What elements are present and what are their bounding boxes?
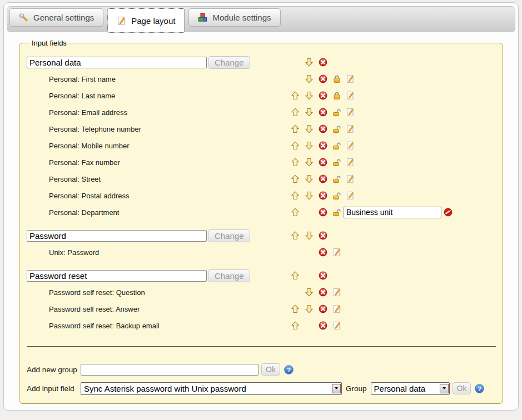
move-down-icon[interactable] [305, 174, 314, 183]
group-name-input[interactable] [27, 230, 207, 242]
delete-icon[interactable] [319, 141, 327, 150]
move-up-icon[interactable] [291, 91, 300, 100]
edit-icon[interactable] [346, 141, 355, 150]
edit-icon[interactable] [332, 321, 341, 330]
move-down-icon[interactable] [305, 304, 314, 313]
delete-slot [319, 108, 332, 117]
delete-icon[interactable] [319, 271, 327, 280]
delete-icon[interactable] [319, 108, 327, 117]
add-input-field-select[interactable]: Sync Asterisk password with Unix passwor… [81, 382, 342, 395]
move-up-icon[interactable] [291, 141, 300, 150]
delete-icon[interactable] [319, 74, 327, 83]
delete-icon[interactable] [319, 158, 327, 167]
edit-icon[interactable] [332, 248, 341, 257]
field-row: Password self reset: Answer [27, 301, 503, 317]
lock-open-icon[interactable] [332, 141, 341, 150]
delete-icon[interactable] [319, 58, 327, 67]
delete-icon[interactable] [319, 304, 327, 313]
lock-open-icon[interactable] [332, 174, 341, 183]
delete-slot [319, 304, 332, 313]
lock-open-icon[interactable] [332, 208, 341, 217]
move-up-icon[interactable] [291, 321, 300, 330]
add-group-ok-button[interactable]: Ok [261, 363, 280, 376]
lock-open-icon[interactable] [332, 108, 341, 117]
edit-icon[interactable] [346, 174, 355, 183]
change-group-name-button[interactable]: Change [208, 56, 250, 69]
move-down-icon[interactable] [305, 108, 314, 117]
move-down-icon[interactable] [305, 191, 314, 200]
move-up-icon[interactable] [291, 158, 300, 167]
group-name-input[interactable] [27, 57, 207, 68]
lock-open-icon[interactable] [332, 158, 341, 167]
delete-icon[interactable] [319, 321, 327, 330]
add-new-group-input[interactable] [81, 364, 258, 376]
move-down-icon[interactable] [305, 91, 314, 100]
delete-icon[interactable] [319, 288, 327, 297]
move-up-icon[interactable] [291, 174, 300, 183]
field-extra-input[interactable] [344, 207, 441, 218]
delete-icon[interactable] [319, 124, 327, 133]
change-group-name-button[interactable]: Change [208, 269, 250, 282]
edit-icon[interactable] [332, 304, 341, 313]
tab-module-settings[interactable]: Module settings [188, 8, 280, 27]
delete-icon[interactable] [319, 174, 327, 183]
group-select[interactable]: Personal data [371, 382, 450, 395]
help-icon[interactable]: ? [475, 384, 484, 393]
delete-slot [319, 208, 332, 217]
field-row: Personal: Telephone number [27, 121, 503, 137]
delete-icon[interactable] [319, 191, 327, 200]
move-down-icon[interactable] [305, 141, 314, 150]
up-slot [291, 141, 305, 150]
group-row: Change [27, 54, 503, 71]
row-extras [332, 304, 503, 313]
edit-icon[interactable] [346, 108, 355, 117]
help-icon[interactable]: ? [284, 365, 294, 374]
edit-icon[interactable] [332, 288, 341, 297]
delete-slot [319, 141, 332, 150]
move-down-icon[interactable] [305, 58, 314, 67]
cancel-edit-icon[interactable] [444, 208, 453, 217]
svg-text:?: ? [478, 385, 481, 392]
lock-closed-icon[interactable] [332, 91, 341, 100]
move-down-icon[interactable] [305, 74, 314, 83]
edit-icon[interactable] [346, 74, 355, 83]
edit-icon[interactable] [346, 124, 355, 133]
edit-icon[interactable] [346, 191, 355, 200]
delete-icon[interactable] [319, 91, 327, 100]
delete-slot [319, 158, 332, 167]
edit-icon[interactable] [346, 91, 355, 100]
move-up-icon[interactable] [291, 231, 300, 240]
move-down-icon[interactable] [305, 124, 314, 133]
group-label: Group [346, 384, 367, 393]
up-slot [291, 108, 305, 117]
move-up-icon[interactable] [291, 304, 300, 313]
move-up-icon[interactable] [291, 271, 300, 280]
dropdown-arrow-icon[interactable] [440, 384, 449, 393]
group-name-input[interactable] [27, 270, 207, 282]
move-down-icon[interactable] [305, 158, 314, 167]
move-up-icon[interactable] [291, 124, 300, 133]
tab-general-settings[interactable]: General settings [9, 8, 103, 27]
move-up-icon[interactable] [291, 191, 300, 200]
delete-icon[interactable] [319, 231, 327, 240]
lock-open-icon[interactable] [332, 124, 341, 133]
field-label: Personal: Last name [27, 92, 291, 100]
row-extras [332, 321, 503, 330]
move-down-icon[interactable] [305, 231, 314, 240]
edit-icon[interactable] [346, 158, 355, 167]
delete-icon[interactable] [319, 208, 327, 217]
delete-icon[interactable] [319, 248, 327, 257]
change-group-name-button[interactable]: Change [208, 229, 250, 242]
move-up-icon[interactable] [291, 208, 300, 217]
move-down-icon[interactable] [305, 288, 314, 297]
move-up-icon[interactable] [291, 108, 300, 117]
row-extras [332, 174, 503, 183]
divider [27, 346, 496, 347]
dropdown-arrow-icon[interactable] [332, 384, 341, 393]
down-slot [305, 91, 319, 100]
lock-closed-icon[interactable] [332, 74, 341, 83]
tab-page-layout[interactable]: Page layout [107, 8, 185, 33]
wrench-icon [19, 13, 28, 22]
add-field-ok-button[interactable]: Ok [453, 382, 471, 394]
lock-open-icon[interactable] [332, 191, 341, 200]
